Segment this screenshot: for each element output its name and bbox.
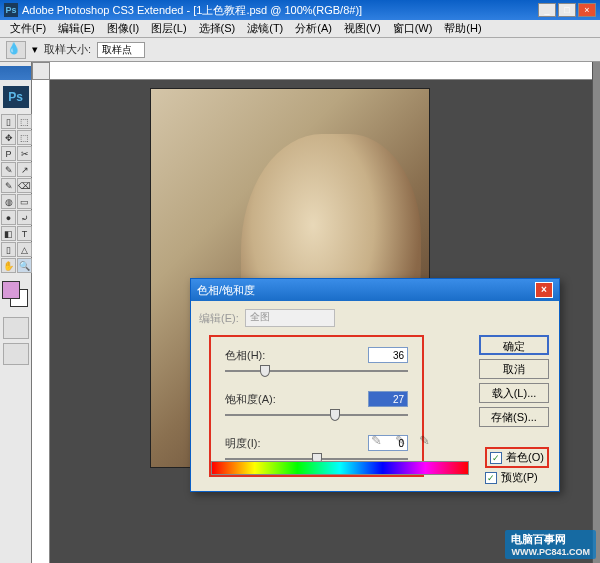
minimize-button[interactable]: _ — [538, 3, 556, 17]
crop-tool[interactable]: P — [1, 146, 16, 161]
gradient-tool[interactable]: ◍ — [1, 194, 16, 209]
hue-input[interactable] — [368, 347, 408, 363]
menu-view[interactable]: 视图(V) — [338, 21, 387, 36]
sliders-highlight-box: 色相(H): 饱和度(A): 明度(I): — [209, 335, 424, 477]
pen-tool[interactable]: ⤾ — [17, 210, 32, 225]
saturation-label: 饱和度(A): — [225, 392, 276, 407]
menu-analysis[interactable]: 分析(A) — [289, 21, 338, 36]
hue-slider[interactable] — [225, 365, 408, 377]
hue-thumb[interactable] — [260, 365, 270, 377]
saturation-thumb[interactable] — [330, 409, 340, 421]
hue-strip — [211, 461, 469, 475]
marquee-tool[interactable]: ⬚ — [17, 114, 32, 129]
preview-label: 预览(P) — [501, 470, 538, 485]
menu-bar: 文件(F) 编辑(E) 图像(I) 图层(L) 选择(S) 滤镜(T) 分析(A… — [0, 20, 600, 38]
dialog-close-button[interactable]: × — [535, 282, 553, 298]
pencil-tool[interactable]: ✎ — [1, 178, 16, 193]
lightness-label: 明度(I): — [225, 436, 260, 451]
right-panel-dock[interactable] — [592, 62, 600, 563]
shape-tool[interactable]: △ — [17, 242, 32, 257]
move-tool[interactable]: ▯ — [1, 114, 16, 129]
watermark: 电脑百事网 WWW.PC841.COM — [505, 530, 596, 559]
menu-layer[interactable]: 图层(L) — [145, 21, 192, 36]
menu-filter[interactable]: 滤镜(T) — [241, 21, 289, 36]
healing-tool[interactable]: ↗ — [17, 162, 32, 177]
saturation-slider[interactable] — [225, 409, 408, 421]
title-bar: Ps Adobe Photoshop CS3 Extended - [1上色教程… — [0, 0, 600, 20]
eyedropper-add-icon: ✎ — [395, 433, 411, 449]
ps-badge: Ps — [3, 86, 29, 108]
menu-file[interactable]: 文件(F) — [4, 21, 52, 36]
save-button[interactable]: 存储(S)... — [479, 407, 549, 427]
menu-image[interactable]: 图像(I) — [101, 21, 145, 36]
current-tool-icon[interactable]: 💧 — [6, 41, 26, 59]
sample-size-select[interactable]: 取样点 — [97, 42, 145, 58]
tools-panel-header[interactable] — [0, 66, 31, 80]
window-title: Adobe Photoshop CS3 Extended - [1上色教程.ps… — [22, 3, 538, 18]
hand-tool[interactable]: ✋ — [1, 258, 16, 273]
cancel-button[interactable]: 取消 — [479, 359, 549, 379]
watermark-sub: WWW.PC841.COM — [511, 547, 590, 557]
tools-panel: Ps ▯ ⬚ ✥ ⬚ P ✂ ✎ ↗ ✎ ⌫ ◍ ▭ ● ⤾ ◧ T ▯ △ ✋… — [0, 62, 32, 563]
saturation-input[interactable] — [368, 391, 408, 407]
screen-mode-toggle[interactable] — [3, 343, 29, 365]
load-button[interactable]: 载入(L)... — [479, 383, 549, 403]
preview-row: ✓ 预览(P) — [485, 470, 549, 485]
window-close-button[interactable]: × — [578, 3, 596, 17]
preview-checkbox[interactable]: ✓ — [485, 472, 497, 484]
colorize-row: ✓ 着色(O) — [485, 447, 549, 468]
ruler-vertical[interactable] — [32, 80, 50, 563]
slice-tool[interactable]: ✂ — [17, 146, 32, 161]
blur-tool[interactable]: ▭ — [17, 194, 32, 209]
menu-select[interactable]: 选择(S) — [193, 21, 242, 36]
menu-help[interactable]: 帮助(H) — [438, 21, 487, 36]
hue-label: 色相(H): — [225, 348, 265, 363]
type-tool[interactable]: T — [17, 226, 32, 241]
eyedropper-icon: ✎ — [371, 433, 387, 449]
path-tool[interactable]: ◧ — [1, 226, 16, 241]
quick-mask-toggle[interactable] — [3, 317, 29, 339]
colorize-checkbox[interactable]: ✓ — [490, 452, 502, 464]
menu-window[interactable]: 窗口(W) — [387, 21, 439, 36]
zoom-tool[interactable]: 🔍 — [17, 258, 32, 273]
eyedropper-subtract-icon: ✎ — [419, 433, 435, 449]
colorize-label: 着色(O) — [506, 450, 544, 465]
ruler-corner — [32, 62, 50, 80]
edit-label: 编辑(E): — [199, 311, 239, 326]
ok-button[interactable]: 确定 — [479, 335, 549, 355]
dodge-tool[interactable]: ● — [1, 210, 16, 225]
menu-edit[interactable]: 编辑(E) — [52, 21, 101, 36]
dialog-title: 色相/饱和度 — [197, 283, 535, 298]
hue-saturation-dialog: 色相/饱和度 × 编辑(E): 全图 色相(H): 饱和度(A): — [190, 278, 560, 492]
app-icon: Ps — [4, 3, 18, 17]
brush-tool[interactable]: ✎ — [1, 162, 16, 177]
dialog-title-bar[interactable]: 色相/饱和度 × — [191, 279, 559, 301]
lasso-tool[interactable]: ✥ — [1, 130, 16, 145]
rectangle-tool[interactable]: ▯ — [1, 242, 16, 257]
ruler-horizontal[interactable] — [50, 62, 592, 80]
watermark-main: 电脑百事网 — [511, 533, 566, 545]
maximize-button[interactable]: □ — [558, 3, 576, 17]
foreground-color[interactable] — [2, 281, 20, 299]
sample-size-label: 取样大小: — [44, 42, 91, 57]
options-bar: 💧 ▾ 取样大小: 取样点 — [0, 38, 600, 62]
edit-combo: 全图 — [245, 309, 335, 327]
eraser-tool[interactable]: ⌫ — [17, 178, 32, 193]
color-swatches[interactable] — [2, 281, 29, 307]
quick-select-tool[interactable]: ⬚ — [17, 130, 32, 145]
chevron-down-icon[interactable]: ▾ — [32, 43, 38, 56]
